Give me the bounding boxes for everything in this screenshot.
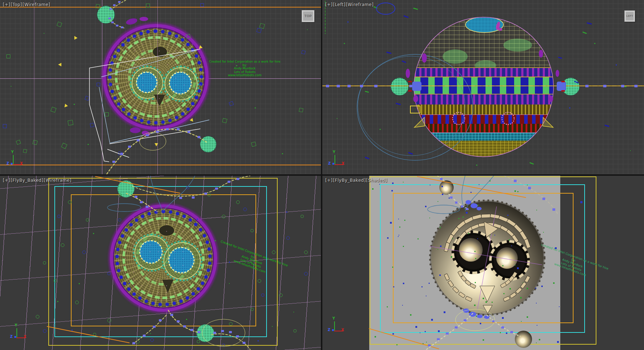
viewport-menu-segment[interactable]: [+] <box>325 2 333 7</box>
decor-bdash <box>402 60 406 63</box>
antenna-ball-shaded[interactable] <box>439 180 454 195</box>
viewport-flyby-wireframe[interactable]: Created for Intel Corporation as a work … <box>0 176 321 350</box>
decor-gdot <box>255 107 256 108</box>
decor-bring <box>243 208 247 211</box>
credit-text-object[interactable]: Created for Intel Corporation as a work … <box>209 60 280 77</box>
decor-gring <box>107 319 111 322</box>
decor-gdot <box>282 153 283 154</box>
decor-bsq <box>200 3 204 7</box>
antenna-ball-shaded[interactable] <box>515 331 532 348</box>
decor-gdot <box>503 293 504 294</box>
decor-gring <box>93 333 96 336</box>
decor-bdot <box>431 319 433 321</box>
decor-bdot <box>393 286 394 287</box>
viewport-top[interactable]: Created for Intel Corporation as a work … <box>0 0 321 174</box>
viewcube-home[interactable]: TOP <box>302 10 314 22</box>
antenna-ball[interactable] <box>562 78 579 95</box>
decor-gdot <box>440 227 441 228</box>
decor-gsq <box>61 143 67 149</box>
decor-gdot <box>79 283 80 284</box>
decor-bdot <box>347 21 348 23</box>
decor-bdash <box>396 103 401 105</box>
decor-gdot <box>122 258 122 259</box>
decor-bdot <box>507 215 508 216</box>
axis-y-label: Y <box>333 150 335 154</box>
viewport-menu-segment[interactable]: [Wireframe] <box>346 2 374 7</box>
viewport-menu-segment[interactable]: [Top] <box>11 2 22 7</box>
credit-line: Created for Intel Corporation as a work … <box>209 60 280 67</box>
antenna-ball[interactable] <box>197 325 214 342</box>
decor-bdot <box>537 325 537 326</box>
decor-bdot <box>480 323 481 324</box>
viewport-menu-segment[interactable]: [FlyBy_Baked] <box>333 178 366 183</box>
decor-gsq <box>16 140 21 145</box>
antenna-ball[interactable] <box>391 78 408 95</box>
viewport-menu[interactable]: [+][FlyBy_Baked][Wireframe] <box>3 178 72 183</box>
decor-bsq <box>90 123 94 127</box>
decor-gdot <box>178 103 179 103</box>
viewport-menu-segment[interactable]: [FlyBy_Baked] <box>11 178 44 183</box>
decor-bdash <box>558 57 562 59</box>
robot-sphere-wireframe[interactable] <box>103 24 209 130</box>
axis-tripod: Y X Z <box>327 319 343 334</box>
decor-bsq <box>3 124 7 128</box>
decor-gring <box>293 329 297 332</box>
antenna-ball[interactable] <box>97 6 114 23</box>
decor-gdot <box>521 321 522 322</box>
axis-tripod: Y X Z <box>9 325 25 341</box>
decor-gring <box>279 293 283 297</box>
decor-gring <box>208 193 211 196</box>
decor-bsq <box>84 96 89 101</box>
decor-gring <box>272 251 275 254</box>
viewport-menu-segment[interactable]: [+] <box>3 2 10 7</box>
decor-gdot <box>293 312 294 312</box>
viewport-menu-segment[interactable]: [Left] <box>333 2 346 7</box>
decor-gring <box>258 279 261 283</box>
decor-gdot <box>502 265 503 266</box>
viewcube-home[interactable]: LEFT <box>624 10 635 22</box>
decor-bsq <box>229 101 234 106</box>
decor-bdot <box>479 184 479 185</box>
decor-bsq <box>257 28 262 33</box>
orange-range-line <box>0 165 321 165</box>
viewport-menu-segment[interactable]: [Shaded] <box>366 178 387 183</box>
robot-sphere-wireframe-side[interactable] <box>414 17 553 157</box>
decor-bdash <box>408 152 413 155</box>
decor-gdot <box>236 65 237 66</box>
viewport-menu[interactable]: [+][FlyBy_Baked][Shaded] <box>325 178 387 183</box>
decor-gring <box>86 218 89 222</box>
decor-bdash <box>605 125 609 127</box>
decor-gdot <box>403 182 404 183</box>
viewport-menu[interactable]: [+][Top][Wireframe] <box>3 2 50 7</box>
axis-x-label: X <box>341 328 344 332</box>
decor-gdot <box>125 156 125 157</box>
decor-gsq <box>33 140 38 145</box>
decor-bdot <box>502 317 504 319</box>
viewport-menu-segment[interactable]: [Wireframe] <box>44 178 72 183</box>
left-eye-ball <box>459 238 483 262</box>
decor-gdot <box>483 339 484 341</box>
decor-gdash <box>582 31 587 34</box>
decor-gdot <box>477 205 478 206</box>
decor-gdot <box>475 258 476 259</box>
robot-sphere-wireframe[interactable] <box>110 204 217 312</box>
decor-bdot <box>421 286 423 287</box>
viewport-menu-segment[interactable]: [Wireframe] <box>23 2 50 7</box>
decor-gdash <box>530 162 534 165</box>
viewport-menu-segment[interactable]: [+] <box>3 178 10 183</box>
viewport-left[interactable]: LEFT Y X Z [+][Left][Wireframe] <box>322 0 644 174</box>
decor-bdot <box>402 305 403 306</box>
decor-gdot <box>399 227 400 228</box>
decor-gdot <box>438 201 438 202</box>
decor-bdash <box>587 22 592 25</box>
decor-gdot <box>527 288 528 289</box>
decor-gdot <box>396 344 397 345</box>
axis-y-label: Y <box>11 150 14 154</box>
decor-gdot <box>458 218 459 219</box>
decor-gdot <box>438 249 438 250</box>
antenna-ball[interactable] <box>200 136 216 152</box>
viewport-menu[interactable]: [+][Left][Wireframe] <box>325 2 374 7</box>
viewcube-label: TOP <box>304 14 312 18</box>
viewport-menu-segment[interactable]: [+] <box>325 178 333 183</box>
viewport-flyby-shaded[interactable]: Created for Intel Corporation as a work … <box>322 176 644 350</box>
